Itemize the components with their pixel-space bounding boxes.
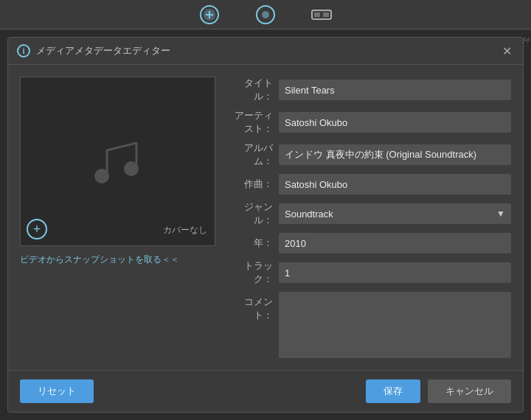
footer-left: リセット [20, 379, 94, 403]
genre-row: ジャンル： Soundtrack Pop Rock Jazz Classical… [230, 200, 511, 227]
svg-point-8 [124, 161, 139, 176]
album-row: アルバム： [230, 141, 511, 168]
dialog-overlay: i メディアメタデータエディター ✕ + カバーなし ビデオからス [0, 0, 531, 420]
left-panel: + カバーなし ビデオからスナップショットを取る＜＜ [20, 77, 215, 358]
info-icon: i [17, 44, 30, 57]
add-cover-button[interactable]: + [27, 219, 47, 239]
album-input[interactable] [279, 144, 511, 165]
artist-input[interactable] [279, 112, 511, 133]
year-row: 年： [230, 233, 511, 253]
composer-input[interactable] [279, 174, 511, 195]
year-label: 年： [230, 237, 273, 250]
artist-label: アーティスト： [230, 109, 273, 136]
title-input[interactable] [279, 80, 511, 100]
right-panel: タイトル： アーティスト： アルバム： 作曲： [230, 77, 511, 358]
artist-row: アーティスト： [230, 109, 511, 136]
music-note-icon [81, 128, 155, 195]
track-input[interactable] [279, 262, 511, 283]
no-cover-label: カバーなし [163, 224, 207, 237]
album-label: アルバム： [230, 141, 273, 168]
composer-label: 作曲： [230, 178, 273, 191]
track-row: トラック： [230, 259, 511, 286]
svg-point-7 [94, 169, 109, 183]
composer-row: 作曲： [230, 174, 511, 195]
comment-row: コメント： [230, 292, 511, 358]
media-metadata-dialog: i メディアメタデータエディター ✕ + カバーなし ビデオからス [7, 37, 524, 413]
snapshot-link[interactable]: ビデオからスナップショットを取る＜＜ [20, 252, 215, 266]
title-row: タイトル： [230, 77, 511, 103]
cover-area: + カバーなし [20, 77, 215, 246]
year-input[interactable] [279, 233, 511, 253]
dialog-title-bar: i メディアメタデータエディター ✕ [8, 38, 523, 65]
dialog-body: + カバーなし ビデオからスナップショットを取る＜＜ タイトル： アーティスト： [8, 65, 523, 370]
track-label: トラック： [230, 259, 273, 286]
title-label: タイトル： [230, 77, 273, 103]
comment-label: コメント： [230, 292, 273, 322]
dialog-title: メディアメタデータエディター [36, 44, 499, 57]
comment-input[interactable] [279, 292, 511, 358]
close-button[interactable]: ✕ [499, 43, 514, 58]
reset-button[interactable]: リセット [20, 379, 94, 403]
cancel-button[interactable]: キャンセル [428, 379, 511, 403]
save-button[interactable]: 保存 [366, 379, 420, 403]
dialog-footer: リセット 保存 キャンセル [8, 370, 523, 412]
genre-select[interactable]: Soundtrack Pop Rock Jazz Classical Elect… [279, 203, 511, 224]
genre-wrapper: Soundtrack Pop Rock Jazz Classical Elect… [279, 203, 511, 224]
footer-right: 保存 キャンセル [366, 379, 511, 403]
genre-label: ジャンル： [230, 200, 273, 227]
